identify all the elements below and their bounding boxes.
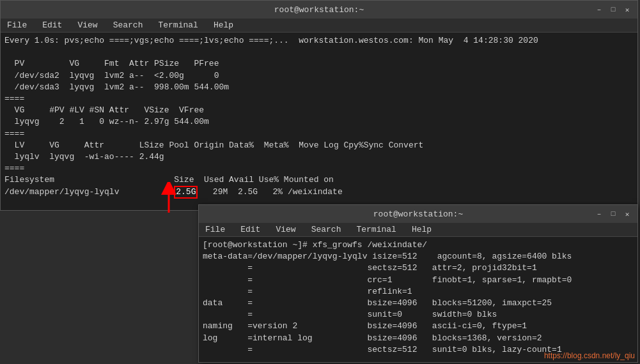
- bottom-menu-search[interactable]: Search: [309, 224, 344, 235]
- bottom-window-title: root@workstation:~: [373, 209, 463, 219]
- bottom-terminal-content: [root@workstation ~]# xfs_growfs /weixin…: [199, 237, 637, 362]
- top-window-controls: – □ ✕: [594, 4, 632, 15]
- bottom-maximize-button[interactable]: □: [608, 209, 618, 219]
- bottom-minimize-button[interactable]: –: [594, 209, 604, 219]
- menu-view[interactable]: View: [75, 20, 100, 31]
- bottom-menu-help[interactable]: Help: [409, 224, 434, 235]
- top-title-bar: root@workstation:~ – □ ✕: [1, 1, 637, 19]
- red-arrow-annotation: [159, 182, 178, 214]
- top-window-title: root@workstation:~: [274, 5, 364, 15]
- menu-terminal[interactable]: Terminal: [155, 20, 200, 31]
- bottom-window-controls: – □ ✕: [594, 209, 632, 219]
- bottom-menu-edit[interactable]: Edit: [238, 224, 263, 235]
- bottom-close-button[interactable]: ✕: [622, 209, 632, 219]
- bottom-menu-bar: File Edit View Search Terminal Help: [199, 223, 637, 237]
- menu-search[interactable]: Search: [111, 20, 146, 31]
- close-button[interactable]: ✕: [622, 4, 632, 15]
- top-terminal-window: root@workstation:~ – □ ✕ File Edit View …: [0, 0, 638, 211]
- top-terminal-content: Every 1.0s: pvs;echo ====;vgs;echo ====;…: [1, 33, 637, 210]
- menu-help[interactable]: Help: [211, 20, 236, 31]
- menu-edit[interactable]: Edit: [40, 20, 65, 31]
- csdn-watermark: https://blog.csdn.net/ly_qiu: [544, 351, 635, 360]
- bottom-menu-view[interactable]: View: [273, 224, 298, 235]
- maximize-button[interactable]: □: [608, 4, 618, 15]
- minimize-button[interactable]: –: [594, 4, 604, 15]
- top-menu-bar: File Edit View Search Terminal Help: [1, 19, 637, 33]
- bottom-menu-file[interactable]: File: [203, 224, 228, 235]
- menu-file[interactable]: File: [4, 20, 29, 31]
- bottom-title-bar: root@workstation:~ – □ ✕: [199, 205, 637, 223]
- bottom-terminal-window: root@workstation:~ – □ ✕ File Edit View …: [198, 204, 638, 363]
- bottom-menu-terminal[interactable]: Terminal: [354, 224, 398, 235]
